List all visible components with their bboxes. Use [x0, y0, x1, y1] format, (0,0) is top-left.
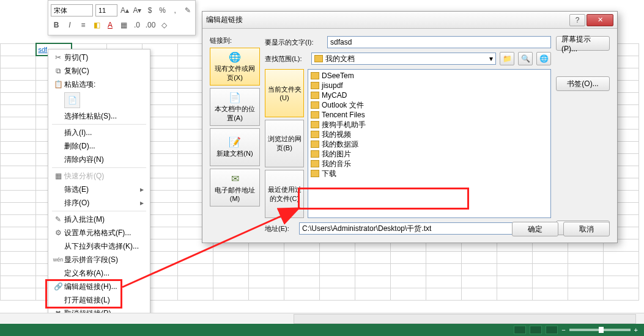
ctx-sort[interactable]: 排序(O)▸	[48, 196, 150, 210]
cancel-button[interactable]: 取消	[563, 222, 610, 236]
link-to-label: 链接到:	[210, 36, 260, 45]
address-label: 地址(E):	[265, 224, 295, 233]
clipboard-icon: 📋	[52, 80, 64, 89]
ok-button[interactable]: 确定	[512, 222, 558, 236]
up-folder-button[interactable]: 📁	[500, 52, 514, 65]
bookmark-button[interactable]: 书签(O)...	[556, 76, 610, 91]
font-select[interactable]: 宋体	[51, 4, 93, 16]
ctx-define-name[interactable]: 定义名称(A)...	[48, 266, 150, 280]
tab-recent-files[interactable]: 最近使用过的文件(C)	[265, 170, 304, 218]
percent-format-icon[interactable]: %	[157, 5, 168, 16]
copy-icon: ⧉	[52, 67, 64, 75]
file-item[interactable]: 下载	[309, 169, 549, 178]
folder-icon	[311, 141, 319, 148]
folder-icon	[311, 72, 319, 79]
link-opt-email[interactable]: ✉电子邮件地址(M)	[210, 169, 260, 206]
ctx-clear[interactable]: 清除内容(N)	[48, 153, 150, 166]
chevron-right-icon: ▸	[140, 185, 144, 194]
document-icon: 📄	[229, 92, 241, 103]
accounting-format-icon[interactable]: $	[145, 5, 155, 16]
horizontal-scrollbar[interactable]	[294, 314, 636, 324]
ctx-open-hyperlink[interactable]: 打开超链接(L)	[48, 293, 150, 307]
dialog-title: 编辑超链接	[206, 15, 243, 25]
font-size-select[interactable]: 11	[95, 4, 117, 16]
ctx-paste-special[interactable]: 选择性粘贴(S)...	[48, 109, 150, 123]
browse-web-button[interactable]: 🌐	[536, 52, 551, 65]
context-menu: ✂剪切(T) ⧉复制(C) 📋粘贴选项: 📄 选择性粘贴(S)... 插入(I)…	[48, 49, 150, 322]
increase-font-icon[interactable]: A▴	[120, 5, 130, 16]
format-icon: ⚙	[52, 228, 64, 237]
ctx-show-pinyin[interactable]: wén显示拼音字段(S)	[48, 253, 150, 266]
display-text-input[interactable]	[327, 36, 551, 48]
file-item[interactable]: 我的音乐	[309, 159, 549, 169]
tab-browsed-pages[interactable]: 浏览过的网页(B)	[265, 120, 304, 168]
ctx-pick-from-list[interactable]: 从下拉列表中选择(K)...	[48, 239, 150, 253]
tab-current-folder[interactable]: 当前文件夹(U)	[265, 69, 304, 117]
border-icon[interactable]: ▦	[118, 20, 129, 31]
folder-icon	[311, 170, 319, 177]
paste-option-button[interactable]: 📄	[64, 92, 80, 108]
file-item[interactable]: 我的图片	[309, 149, 549, 159]
folder-icon	[311, 111, 319, 119]
link-opt-file-web[interactable]: 🌐现有文件或网页(X)	[210, 48, 260, 86]
scissors-icon: ✂	[52, 53, 64, 62]
chevron-down-icon: ▾	[489, 54, 493, 63]
close-icon: ✕	[598, 16, 603, 24]
ctx-insert-comment[interactable]: ✎插入批注(M)	[48, 213, 150, 226]
edit-hyperlink-dialog: 编辑超链接 ? ✕ 链接到: 🌐现有文件或网页(X) 📄本文档中的位置(A) 📝…	[202, 11, 618, 243]
email-icon: ✉	[231, 173, 239, 184]
folder-icon	[311, 131, 319, 138]
format-painter-icon[interactable]: ✎	[182, 5, 193, 16]
browse-file-button[interactable]: 🔍	[518, 52, 533, 65]
file-item[interactable]: Tencent Files	[309, 110, 549, 120]
ctx-edit-hyperlink[interactable]: 🔗编辑超链接(H)...	[48, 280, 150, 293]
browse-folder-dropdown[interactable]: 我的文档▾	[311, 53, 496, 65]
align-icon[interactable]: ≡	[78, 20, 89, 31]
view-pagebreak-icon[interactable]	[546, 326, 558, 334]
chevron-right-icon: ▸	[140, 199, 144, 207]
folder-icon	[311, 92, 319, 99]
browse-label: 查找范围(L):	[265, 54, 308, 64]
view-normal-icon[interactable]	[514, 326, 526, 334]
view-layout-icon[interactable]	[530, 326, 542, 334]
zoom-slider[interactable]	[569, 329, 631, 331]
file-item[interactable]: Outlook 文件	[309, 100, 549, 110]
comma-format-icon[interactable]: ,	[170, 5, 180, 16]
address-input[interactable]	[299, 222, 533, 235]
file-item[interactable]: DSeeTem	[309, 71, 549, 81]
ctx-paste-options-label: 📋粘贴选项:	[48, 78, 150, 91]
clear-format-icon[interactable]: ◇	[158, 20, 169, 31]
italic-icon[interactable]: I	[64, 20, 75, 31]
file-item[interactable]: jisupdf	[309, 81, 549, 90]
ctx-delete[interactable]: 删除(D)...	[48, 139, 150, 153]
status-bar: − +	[0, 324, 644, 336]
mini-toolbar: 宋体 11 A▴ A▾ $ % , ✎ B I ≡ ◧ A ▦ .0 .00 ◇	[48, 0, 196, 35]
file-list[interactable]: DSeeTemjisupdfMyCADOutlook 文件Tencent Fil…	[308, 69, 551, 218]
ctx-format-cells[interactable]: ⚙设置单元格格式(F)...	[48, 226, 150, 239]
file-item[interactable]: 我的视频	[309, 130, 549, 139]
dialog-titlebar[interactable]: 编辑超链接 ? ✕	[202, 12, 617, 29]
decimal-dec-icon[interactable]: .00	[145, 20, 156, 31]
globe-icon: 🌐	[229, 51, 241, 63]
decimal-inc-icon[interactable]: .0	[131, 20, 142, 31]
ctx-copy[interactable]: ⧉复制(C)	[48, 64, 150, 78]
link-opt-new-doc[interactable]: 📝新建文档(N)	[210, 128, 260, 166]
decrease-font-icon[interactable]: A▾	[132, 5, 142, 16]
fill-color-icon[interactable]: ◧	[91, 20, 102, 31]
font-color-icon[interactable]: A	[105, 20, 116, 31]
help-button[interactable]: ?	[569, 14, 585, 26]
ctx-insert[interactable]: 插入(I)...	[48, 126, 150, 139]
file-item[interactable]: 我的数据源	[309, 139, 549, 149]
screen-tip-button[interactable]: 屏幕提示(P)...	[556, 36, 610, 51]
file-item[interactable]: MyCAD	[309, 90, 549, 100]
link-opt-this-doc[interactable]: 📄本文档中的位置(A)	[210, 88, 260, 126]
quick-analysis-icon: ▦	[52, 172, 64, 180]
ctx-filter[interactable]: 筛选(E)▸	[48, 183, 150, 196]
ctx-cut[interactable]: ✂剪切(T)	[48, 51, 150, 64]
file-item[interactable]: 搜狗手机助手	[309, 120, 549, 130]
link-to-panel: 链接到: 🌐现有文件或网页(X) 📄本文档中的位置(A) 📝新建文档(N) ✉电…	[210, 36, 260, 235]
bold-icon[interactable]: B	[51, 20, 62, 31]
folder-icon	[314, 55, 323, 62]
close-button[interactable]: ✕	[587, 14, 613, 26]
new-doc-icon: 📝	[229, 136, 241, 148]
